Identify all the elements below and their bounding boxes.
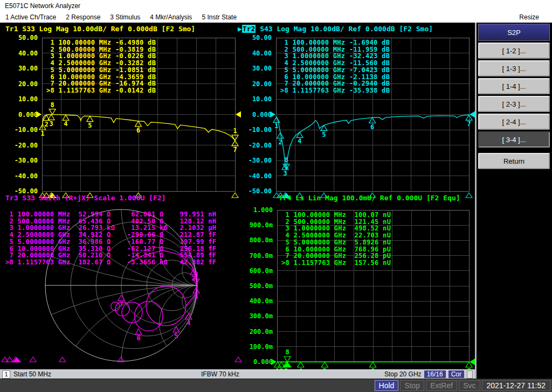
svg-text:3: 3: [283, 170, 287, 177]
svg-text:2: 2: [278, 138, 282, 146]
sweep-points-badge: 16/16: [424, 370, 446, 378]
trace1-marker-table: 1 100.00000 MHz -6.4980 dB 2 500.00000 M…: [46, 39, 156, 94]
y-tick-label: -20.00: [15, 142, 38, 149]
datetime-display: 2021-12-27 11:52: [482, 380, 551, 391]
menu-stimulus[interactable]: 3 Stimulus: [110, 13, 140, 21]
svg-text:6: 6: [136, 127, 140, 134]
trace3-title: Tr3 S33 Smith (R+jX) Scale 1.000U [F2]: [5, 194, 165, 202]
window-titlebar: E5071C Network Analyzer: [0, 0, 552, 11]
y-tick-label: 500.0m: [250, 282, 273, 290]
extref-indicator: ExtRef: [426, 380, 457, 391]
marker-5[interactable]: 5: [321, 362, 328, 369]
softkey-button-3-4[interactable]: [ 3-4 ]...: [478, 131, 550, 148]
svg-text:8: 8: [285, 156, 288, 164]
instrument-status-bar: Hold Stop ExtRef Svc 2021-12-27 11:52: [0, 379, 552, 392]
ifbw-label: IFBW 70 kHz: [201, 370, 239, 378]
softkey-header: S2P: [478, 24, 550, 41]
marker-4[interactable]: 4: [63, 115, 69, 128]
resize-button[interactable]: Resize: [519, 13, 547, 21]
svg-text:8: 8: [194, 271, 198, 278]
svg-text:4: 4: [187, 319, 190, 327]
trace2-title: ▶Tr2 S43 Log Mag 10.00dB/ Ref 0.000dB [F…: [238, 25, 433, 33]
svg-text:5: 5: [322, 131, 326, 138]
marker-8[interactable]: 8: [49, 101, 56, 115]
menu-instr-state[interactable]: 5 Instr State: [202, 13, 237, 21]
status-bar: 1 Start 50 MHz IFBW 70 kHz Stop 20 GHz 1…: [0, 369, 475, 379]
y-tick-label: 200.0m: [250, 328, 273, 335]
svg-text:1: 1: [274, 122, 278, 130]
y-tick-label: 900.0m: [250, 221, 273, 229]
window-title: E5071C Network Analyzer: [5, 2, 80, 10]
marker-4[interactable]: 4: [298, 362, 304, 369]
y-tick-label: 50.00: [18, 34, 38, 41]
softkey-button-2-4[interactable]: [ 2-4 ]...: [478, 114, 550, 130]
y-tick-label: -10.00: [15, 126, 38, 134]
trace1-title: Tr1 S33 Log Mag 10.00dB/ Ref 0.000dB [F2…: [5, 25, 195, 33]
svg-text:5: 5: [174, 332, 178, 340]
marker-5[interactable]: 5: [173, 327, 180, 340]
trace4-y-axis: 1.000900.0m800.0m700.0m600.0m500.0m400.0…: [235, 23, 274, 369]
graph-area: 12345678112345678283456712345678 Tr1 S33…: [0, 23, 475, 369]
stop-frequency-label: Stop 20 GHz: [384, 370, 422, 378]
y-tick-label: 300.0m: [250, 312, 273, 320]
stimulus-marker: [59, 357, 66, 362]
marker-2[interactable]: 2: [43, 115, 50, 128]
svg-text:8: 8: [285, 348, 289, 356]
hold-indicator[interactable]: Hold: [375, 380, 399, 391]
svg-text:1: 1: [40, 130, 44, 137]
y-tick-label: 800.0m: [250, 236, 273, 244]
trace3-marker-table: 1 100.00000 MHz 52.994 Ω 62.801 Ω 99.951…: [5, 211, 216, 266]
active-trace-arrow-icon: ▶: [238, 25, 242, 33]
trace2-marker-table: 1 100.00000 MHz -1.6940 dB 2 500.00000 M…: [280, 39, 390, 94]
svg-text:3: 3: [49, 120, 53, 128]
marker-6[interactable]: 6: [370, 362, 376, 369]
trace4-title: Tr4 Ls Lin Mag 100.0mU/ Ref 0.000U [F2 E…: [279, 194, 460, 202]
svg-text:2: 2: [44, 121, 48, 128]
y-tick-label: 600.0m: [250, 267, 273, 275]
y-tick-label: 100.0m: [250, 343, 273, 351]
marker-5[interactable]: 5: [87, 116, 93, 129]
marker-7[interactable]: 7: [466, 362, 472, 369]
y-tick-label: -30.00: [15, 157, 38, 164]
svg-text:5: 5: [88, 122, 92, 129]
softkey-button-1-2[interactable]: [ 1-2 ]...: [478, 43, 550, 59]
svg-text:4: 4: [298, 137, 301, 145]
active-trace-badge: Tr2: [242, 25, 256, 33]
softkey-button-2-3[interactable]: [ 2-3 ]...: [478, 96, 550, 112]
marker-5[interactable]: 5: [321, 125, 327, 138]
softkey-button-1-4[interactable]: [ 1-4 ]...: [478, 78, 550, 94]
svg-text:7: 7: [119, 300, 123, 308]
y-tick-label: 700.0m: [250, 252, 273, 260]
svg-text:6: 6: [136, 334, 140, 342]
y-tick-label: 400.0m: [250, 297, 273, 305]
stimulus-marker: [466, 193, 472, 198]
y-tick-label: 20.00: [18, 80, 38, 88]
svg-text:7: 7: [467, 120, 471, 128]
trace4-marker-table: 1 100.00000 MHz 100.07 nU 2 500.00000 MH…: [281, 212, 391, 267]
menu-response[interactable]: 2 Response: [66, 13, 100, 21]
status-spare-box: [467, 370, 473, 379]
y-tick-label: -40.00: [15, 172, 38, 180]
y-tick-label: 40.00: [18, 50, 38, 57]
instrument-screen: E5071C Network Analyzer 1 Active Ch/Trac…: [0, 0, 552, 392]
menu-active-ch-trace[interactable]: 1 Active Ch/Trace: [5, 13, 56, 21]
softkey-button-1-3[interactable]: [ 1-3 ]...: [478, 60, 550, 76]
menu-mkr-analysis[interactable]: 4 Mkr/Analysis: [150, 13, 192, 21]
y-tick-label: 10.00: [18, 95, 38, 103]
softkey-return-button[interactable]: Return: [478, 153, 550, 169]
marker-8[interactable]: 8: [284, 348, 291, 362]
svc-indicator: Svc: [459, 380, 480, 391]
menu-bar: 1 Active Ch/Trace 2 Response 3 Stimulus …: [0, 11, 552, 23]
svg-text:8: 8: [51, 101, 54, 109]
stop-indicator: Stop: [400, 380, 424, 391]
y-tick-label: 0.000: [18, 111, 38, 118]
softkey-panel: S2P [ 1-2 ]...[ 1-3 ]...[ 1-4 ]...[ 2-3 …: [475, 23, 552, 379]
channel-number-box: 1: [2, 370, 10, 379]
svg-text:6: 6: [370, 123, 374, 131]
svg-text:3: 3: [194, 293, 198, 300]
start-frequency-label: Start 50 MHz: [13, 370, 51, 378]
y-tick-label: 30.00: [18, 65, 38, 72]
y-tick-label: 1.000: [253, 206, 273, 214]
svg-text:4: 4: [64, 120, 67, 128]
marker-3[interactable]: 3: [48, 115, 54, 128]
